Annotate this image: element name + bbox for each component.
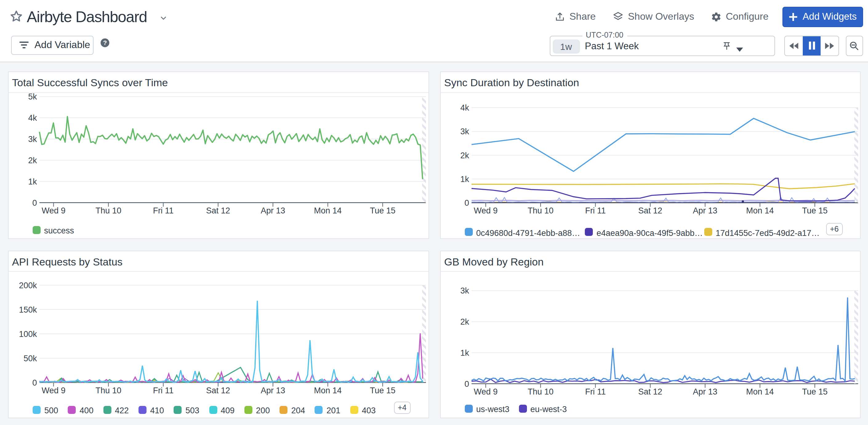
svg-text:Fri 11: Fri 11 [585, 206, 606, 215]
svg-text:2k: 2k [460, 151, 469, 160]
svg-text:Wed 9: Wed 9 [473, 206, 497, 215]
svg-text:3k: 3k [460, 286, 469, 295]
svg-text:0: 0 [32, 378, 37, 387]
svg-text:Mon 14: Mon 14 [314, 206, 341, 215]
svg-text:Thu 10: Thu 10 [527, 387, 553, 396]
svg-text:?: ? [103, 39, 107, 46]
svg-text:Fri 11: Fri 11 [153, 386, 173, 395]
svg-text:3k: 3k [28, 134, 37, 144]
svg-text:Apr 13: Apr 13 [692, 387, 717, 396]
svg-text:Apr 13: Apr 13 [260, 386, 285, 395]
svg-text:Sat 12: Sat 12 [206, 206, 230, 215]
svg-text:Wed 9: Wed 9 [41, 386, 65, 395]
svg-text:200k: 200k [19, 280, 37, 290]
svg-text:100k: 100k [19, 329, 37, 338]
svg-text:Mon 14: Mon 14 [314, 386, 341, 395]
svg-text:Thu 10: Thu 10 [95, 386, 121, 395]
svg-text:0: 0 [464, 198, 469, 208]
svg-text:2k: 2k [28, 156, 37, 165]
svg-text:5k: 5k [28, 92, 37, 101]
svg-text:1k: 1k [460, 348, 469, 357]
svg-text:Thu 10: Thu 10 [527, 206, 553, 215]
svg-text:4k: 4k [28, 113, 37, 123]
svg-text:Thu 10: Thu 10 [95, 206, 121, 215]
svg-text:3k: 3k [460, 127, 469, 136]
svg-text:Tue 15: Tue 15 [370, 386, 395, 395]
svg-text:4k: 4k [460, 103, 469, 113]
svg-text:Fri 11: Fri 11 [153, 206, 173, 215]
svg-text:Tue 15: Tue 15 [802, 206, 827, 215]
svg-text:50k: 50k [23, 354, 37, 363]
svg-text:Wed 9: Wed 9 [473, 387, 497, 396]
svg-text:Apr 13: Apr 13 [260, 206, 285, 215]
svg-text:Sat 12: Sat 12 [638, 206, 662, 215]
svg-text:1k: 1k [460, 175, 469, 184]
svg-text:0: 0 [32, 198, 37, 208]
svg-text:Wed 9: Wed 9 [41, 206, 65, 215]
svg-text:Tue 15: Tue 15 [370, 206, 395, 215]
svg-text:Apr 13: Apr 13 [692, 206, 717, 215]
svg-text:Sat 12: Sat 12 [638, 387, 662, 396]
svg-text:Mon 14: Mon 14 [746, 206, 774, 215]
svg-text:0: 0 [464, 379, 469, 388]
svg-text:Tue 15: Tue 15 [802, 387, 827, 396]
svg-text:1k: 1k [28, 177, 37, 186]
svg-text:150k: 150k [19, 305, 37, 314]
svg-text:Sat 12: Sat 12 [206, 386, 230, 395]
svg-text:Mon 14: Mon 14 [746, 387, 774, 396]
svg-text:Fri 11: Fri 11 [585, 387, 606, 396]
svg-text:2k: 2k [460, 317, 469, 326]
